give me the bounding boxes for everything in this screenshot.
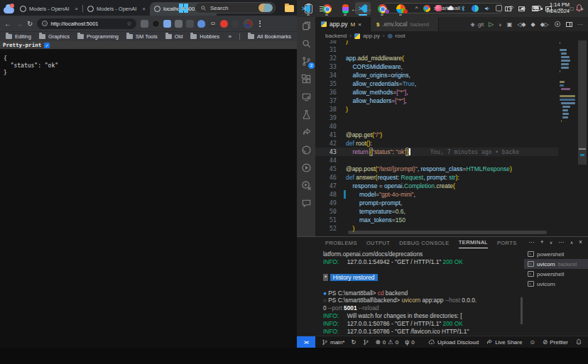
run-circle-icon[interactable] bbox=[554, 21, 561, 28]
taskbar-clock[interactable]: 1:14 PM 7/24/2024 bbox=[546, 2, 570, 14]
extension-icon[interactable] bbox=[141, 20, 148, 28]
terminal-list-item[interactable]: >uvicornbackend bbox=[524, 259, 588, 269]
tab-close-icon[interactable]: × bbox=[75, 6, 78, 12]
search-highlight-image[interactable] bbox=[258, 4, 273, 12]
new-terminal-icon[interactable]: + bbox=[540, 238, 544, 246]
breadcrumb-folder[interactable]: backend bbox=[325, 33, 347, 39]
panel-tab-problems[interactable]: PROBLEMS bbox=[325, 237, 357, 248]
pull-request-button[interactable] bbox=[363, 339, 369, 346]
breadcrumb-file[interactable]: app.py bbox=[363, 33, 380, 39]
file-explorer-button[interactable] bbox=[281, 2, 297, 15]
panel-tab-terminal[interactable]: TERMINAL bbox=[459, 237, 488, 248]
start-button[interactable] bbox=[179, 4, 188, 13]
forward-button[interactable]: → bbox=[16, 20, 23, 28]
previous-change-icon[interactable]: ◁◆ bbox=[517, 21, 526, 28]
git-branch-status[interactable]: main* bbox=[322, 339, 344, 346]
bookmark-item[interactable]: Old bbox=[165, 33, 183, 40]
profile-avatar[interactable] bbox=[244, 19, 253, 28]
open-changes-icon[interactable]: ▣ bbox=[507, 21, 513, 28]
code-editor[interactable]: 30)3132app.add_middleware(33 CORSMiddlew… bbox=[315, 40, 588, 236]
reload-button[interactable]: ↻ bbox=[27, 20, 33, 28]
prettier-status[interactable]: ⊘ Prettier bbox=[543, 338, 568, 346]
all-bookmarks-button[interactable]: All Bookmarks bbox=[248, 33, 291, 40]
run-disabled-icon[interactable] bbox=[300, 180, 312, 191]
live-share-button[interactable]: Live Share bbox=[486, 338, 522, 346]
panel-tab-output[interactable]: OUTPUT bbox=[366, 237, 390, 248]
extension-icon[interactable] bbox=[152, 20, 160, 28]
terminal-more-icon[interactable]: ··· bbox=[558, 238, 565, 246]
terminal-output[interactable]: latform.openai.com/docs/deprecationsINFO… bbox=[323, 250, 520, 334]
tray-edge-icon[interactable] bbox=[472, 5, 479, 12]
volume-icon[interactable] bbox=[520, 5, 527, 12]
close-panel-icon[interactable]: × bbox=[579, 238, 582, 246]
problems-status[interactable]: ⊗0 ⚠0 bbox=[376, 338, 399, 346]
editor-tab[interactable]: app.pyM× bbox=[315, 17, 371, 31]
onedrive-cloud-icon[interactable] bbox=[447, 4, 454, 12]
scrollbar-thumb[interactable] bbox=[578, 40, 587, 165]
testing-icon[interactable] bbox=[300, 109, 312, 120]
extension-icon[interactable] bbox=[220, 20, 228, 28]
url-text[interactable]: http://localhost:5001 bbox=[50, 21, 124, 27]
browser-tab[interactable]: Models - OpenAI× bbox=[16, 2, 82, 16]
site-info-icon[interactable]: i bbox=[42, 21, 48, 26]
tray-photos-icon[interactable] bbox=[435, 5, 442, 11]
vscode-button[interactable] bbox=[355, 2, 371, 15]
run-python-button[interactable]: ▷ bbox=[489, 21, 494, 28]
extension-icon[interactable]: CI bbox=[209, 20, 217, 28]
panel-tab-debug-console[interactable]: DEBUG CONSOLE bbox=[399, 237, 450, 248]
forwarded-ports-status[interactable]: ψ0 bbox=[405, 338, 415, 346]
extension-icon[interactable] bbox=[175, 20, 183, 28]
tray-audio-app-icon[interactable] bbox=[484, 5, 491, 12]
battery-icon[interactable] bbox=[532, 6, 541, 11]
bookmark-item[interactable]: Graphics bbox=[39, 33, 70, 40]
remote-indicator[interactable]: >< bbox=[297, 336, 315, 348]
bluetooth-icon[interactable] bbox=[459, 5, 467, 12]
terminal-list-item[interactable]: >powershell bbox=[524, 269, 588, 279]
chrome-button[interactable] bbox=[319, 2, 334, 15]
source-control-icon[interactable]: 2 bbox=[300, 55, 312, 67]
terminal-list-item[interactable]: >uvicorn bbox=[524, 279, 588, 289]
editor-vertical-scrollbar[interactable] bbox=[577, 40, 588, 236]
terminal-list-item[interactable]: >powershell bbox=[524, 249, 588, 259]
chat-icon[interactable] bbox=[300, 197, 312, 209]
upload-discloud-button[interactable]: Upload Discloud bbox=[428, 338, 479, 346]
browser-menu-icon[interactable] bbox=[257, 19, 263, 28]
extension-icon[interactable] bbox=[163, 20, 171, 28]
bookmark-item[interactable]: Programming bbox=[77, 33, 119, 40]
split-editor-icon[interactable] bbox=[566, 22, 572, 27]
minimap[interactable] bbox=[558, 40, 577, 236]
tray-chrome-icon[interactable] bbox=[423, 5, 430, 12]
panel-tab-ports[interactable]: PORTS bbox=[497, 237, 517, 248]
pets-button[interactable]: ☺ bbox=[529, 338, 535, 346]
bookmarks-overflow-chevron[interactable]: » bbox=[229, 33, 232, 40]
maximize-panel-icon[interactable]: ∧ bbox=[570, 240, 573, 245]
panel-overflow-icon[interactable]: ··· bbox=[528, 238, 535, 246]
more-actions-icon[interactable]: ··· bbox=[577, 21, 583, 28]
terminal-scrollbar[interactable] bbox=[521, 297, 523, 324]
notepad-button[interactable] bbox=[300, 2, 316, 15]
sync-changes-button[interactable]: ↻ bbox=[351, 338, 356, 346]
github-icon[interactable] bbox=[300, 144, 312, 155]
code-runner-icon[interactable] bbox=[300, 162, 312, 173]
gitlens-button[interactable]: ◈.git bbox=[471, 21, 484, 28]
search-icon[interactable] bbox=[300, 38, 312, 49]
live-share-icon[interactable] bbox=[300, 126, 312, 138]
browser-tab[interactable]: Models - OpenAI× bbox=[83, 2, 150, 16]
taskbar-search[interactable]: Search bbox=[195, 2, 276, 13]
bookmark-star-icon[interactable]: ☆ bbox=[126, 21, 131, 27]
pretty-print-checkbox[interactable]: ✓ bbox=[44, 43, 50, 48]
next-change-icon[interactable]: ◆▷ bbox=[540, 21, 549, 28]
breadcrumb-symbol[interactable]: root bbox=[396, 33, 405, 39]
terminal-dropdown-icon[interactable]: ∨ bbox=[550, 240, 552, 245]
tray-app-icon[interactable] bbox=[496, 5, 502, 11]
hidden-icons-chevron[interactable]: ^ bbox=[415, 5, 418, 11]
store-button[interactable] bbox=[393, 2, 408, 15]
extensions-puzzle-icon[interactable] bbox=[232, 20, 239, 28]
bookmark-item[interactable]: SM Tools bbox=[126, 33, 158, 40]
remote-explorer-icon[interactable] bbox=[300, 91, 312, 102]
extensions-icon[interactable] bbox=[300, 73, 312, 84]
tab-close-icon[interactable]: × bbox=[358, 21, 361, 28]
notifications-bell-icon[interactable] bbox=[575, 338, 582, 346]
run-dropdown-icon[interactable]: ∨ bbox=[499, 22, 501, 27]
address-bar[interactable]: i http://localhost:5001 ☆ bbox=[37, 18, 136, 29]
